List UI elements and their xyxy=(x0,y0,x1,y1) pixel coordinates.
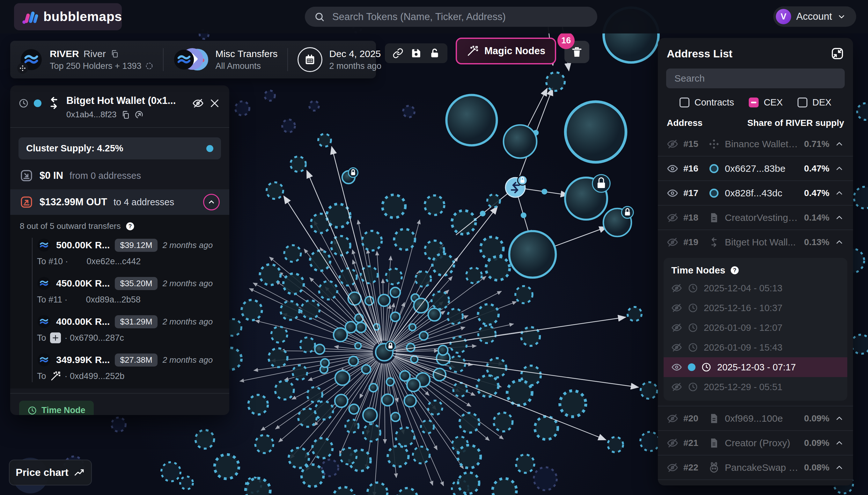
magic-nodes-button[interactable]: Magic Nodes xyxy=(456,38,556,64)
address-row[interactable]: #22 PancakeSwap Vault ... 0.08% xyxy=(658,455,853,479)
transfer-recipient[interactable]: To· 0x6790...287c xyxy=(37,332,222,343)
inflow-row[interactable]: $0 IN from 0 addresses xyxy=(10,169,229,182)
transfer-mode-title: Misc Transfers xyxy=(215,49,278,59)
address-rank: #15 xyxy=(683,139,703,149)
help-icon[interactable]: ? xyxy=(730,266,739,275)
time-node-row[interactable]: 2026-01-09 - 12:07 xyxy=(664,318,847,338)
address-name: 0x828f...43dc xyxy=(725,188,799,199)
time-node-row[interactable]: 2025-12-29 - 05:51 xyxy=(664,377,847,397)
token-search[interactable] xyxy=(305,7,597,27)
visibility-toggle[interactable] xyxy=(667,413,678,424)
chevron-up-icon[interactable] xyxy=(835,414,844,423)
address-row[interactable]: #21 Creator (Proxy) 0.09% xyxy=(658,430,853,455)
visibility-toggle[interactable] xyxy=(667,462,678,473)
holders-summary: Top 250 Holders + 1393 xyxy=(50,61,141,71)
share-link-button[interactable] xyxy=(393,48,403,59)
copy-icon[interactable] xyxy=(110,49,119,58)
open-explorer-icon[interactable] xyxy=(135,110,144,119)
save-button[interactable] xyxy=(411,48,421,59)
collapse-panel-icon[interactable] xyxy=(831,47,844,60)
time-node-date: 2026-01-09 - 12:07 xyxy=(704,323,783,333)
visibility-toggle[interactable] xyxy=(667,437,678,449)
filter-dex[interactable]: DEX xyxy=(798,97,832,108)
address-search-input[interactable] xyxy=(674,73,837,84)
transfer-time: 2 months ago xyxy=(163,355,213,365)
visibility-toggle[interactable] xyxy=(667,237,678,248)
outflow-row[interactable]: $132.99M OUT to 4 addresses xyxy=(10,189,229,215)
visibility-toggle[interactable] xyxy=(671,322,682,333)
address-search[interactable] xyxy=(666,69,845,88)
transfer-item[interactable]: 400.00K R... $31.29M 2 months ago To· 0x… xyxy=(10,309,229,348)
visibility-toggle[interactable] xyxy=(671,342,682,353)
visibility-toggle[interactable] xyxy=(667,212,678,223)
transfer-amount: 500.00K R... xyxy=(56,240,110,251)
account-menu[interactable]: V Account xyxy=(773,6,856,27)
filter-contracts[interactable]: Contracts xyxy=(680,97,734,108)
chevron-up-icon[interactable] xyxy=(835,164,844,173)
help-icon[interactable]: ? xyxy=(125,222,135,231)
transfer-amount: 400.00K R... xyxy=(56,316,110,327)
hide-node-button[interactable] xyxy=(192,98,204,109)
filter-cex[interactable]: CEX xyxy=(749,97,783,108)
transfer-recipient[interactable]: To #11 ·0xd89a...2b58 xyxy=(37,294,222,305)
price-chart-button[interactable]: Price chart xyxy=(9,460,92,485)
col-share: Share of RIVER supply xyxy=(748,118,844,128)
visibility-toggle[interactable] xyxy=(671,303,682,313)
time-node-row[interactable]: 2025-12-16 - 10:37 xyxy=(664,298,847,318)
time-node-button[interactable]: Time Node xyxy=(19,400,94,415)
address-row[interactable]: #18 CreatorVestingV2 0.14% xyxy=(658,205,853,229)
transfer-item[interactable]: 450.00K R... $35.20M 2 months ago To #11… xyxy=(10,271,229,309)
visibility-toggle[interactable] xyxy=(671,381,682,392)
transfer-item[interactable]: 500.00K R... $39.12M 2 months ago To #10… xyxy=(10,233,229,271)
token-section[interactable]: RIVERRiver Top 250 Holders + 1393 xyxy=(10,41,163,79)
node-title: Bitget Hot Wallet (0x1... xyxy=(66,95,176,106)
time-node-date: 2025-12-03 - 07:17 xyxy=(717,362,796,373)
token-search-input[interactable] xyxy=(332,11,588,23)
transfer-item[interactable]: 349.99K R... $27.38M 2 months ago To· 0x… xyxy=(10,348,229,386)
collapse-outflow-button[interactable] xyxy=(203,194,220,210)
time-nodes-card: Time Nodes ? 2025-12-04 - 05:13 2025-12-… xyxy=(664,258,847,400)
chevron-up-icon[interactable] xyxy=(835,213,844,222)
chevron-up-icon[interactable] xyxy=(835,139,844,149)
address-row[interactable]: #15 Binance Wallet Prox... 0.71% xyxy=(658,132,853,156)
address-type-icon xyxy=(708,187,720,199)
address-name: Binance Wallet Prox... xyxy=(725,139,799,150)
transfer-mode-section[interactable]: Misc Transfers All Amounts xyxy=(164,41,287,79)
address-row[interactable]: #16 0x6627...83be 0.47% xyxy=(658,156,853,181)
close-panel-button[interactable] xyxy=(209,98,220,109)
visibility-toggle[interactable] xyxy=(671,362,682,373)
snapshot-date: Dec 4, 2025 xyxy=(329,49,382,59)
chevron-up-icon[interactable] xyxy=(835,463,844,472)
time-nodes-title: Time Nodes xyxy=(671,265,725,276)
river-coin-icon xyxy=(173,49,195,70)
transfer-recipient[interactable]: To· 0xd499...252b xyxy=(37,371,222,381)
visibility-toggle[interactable] xyxy=(667,163,678,174)
visibility-toggle[interactable] xyxy=(667,138,678,150)
date-section[interactable]: Dec 4, 2025 2 months ago xyxy=(288,41,391,79)
clock-icon xyxy=(688,303,698,313)
svg-text:?: ? xyxy=(733,267,736,273)
address-row[interactable]: #19 Bitget Hot Wall... 0.13% xyxy=(658,229,853,254)
address-type-icon xyxy=(708,413,720,424)
chevron-up-icon[interactable] xyxy=(835,438,844,448)
copy-address-icon[interactable] xyxy=(121,110,130,119)
address-name: 0xf969...100e xyxy=(725,413,799,424)
transfer-recipient[interactable]: To #10 ·0xe62e...c442 xyxy=(37,256,222,267)
chevron-up-icon[interactable] xyxy=(835,237,844,247)
bubblemaps-logo[interactable]: bubblemaps xyxy=(14,3,122,30)
address-row[interactable]: #23 CreatorVestingV2 0.08% xyxy=(658,479,853,485)
time-node-row[interactable]: 2025-12-04 - 05:13 xyxy=(664,278,847,298)
chevron-up-icon[interactable] xyxy=(835,188,844,198)
address-row[interactable]: #20 0xf969...100e 0.09% xyxy=(658,406,853,430)
address-name: Bitget Hot Wall... xyxy=(725,237,799,248)
river-token-icon xyxy=(37,238,51,252)
cluster-supply-row[interactable]: Cluster Supply: 4.25% xyxy=(18,137,221,159)
outflow-detail: to 4 addresses xyxy=(114,197,174,207)
time-node-row[interactable]: 2026-01-09 - 15:43 xyxy=(664,338,847,357)
visibility-toggle[interactable] xyxy=(671,283,682,293)
visibility-toggle[interactable] xyxy=(667,187,678,199)
address-row[interactable]: #17 0x828f...43dc 0.47% xyxy=(658,181,853,205)
unlock-button[interactable] xyxy=(429,48,440,59)
outflow-amount: $132.99M OUT xyxy=(39,197,107,208)
time-node-row[interactable]: 2025-12-03 - 07:17 xyxy=(664,357,847,377)
